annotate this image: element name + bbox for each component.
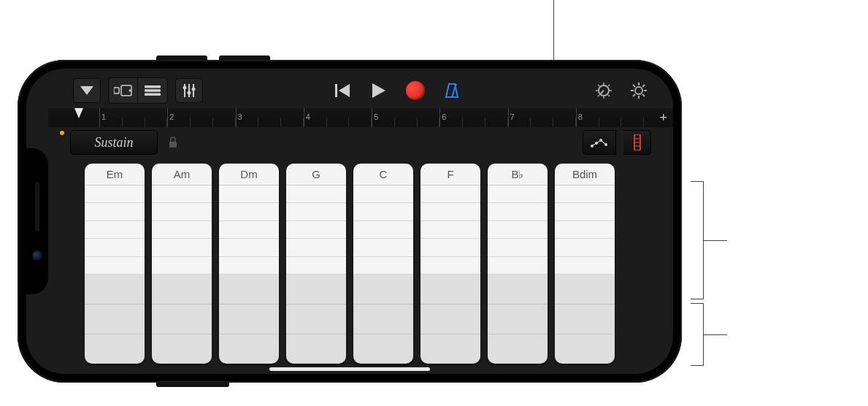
chord-strip-upper[interactable] <box>488 185 548 275</box>
chord-row[interactable] <box>420 304 480 334</box>
chord-strip-upper[interactable] <box>85 185 145 275</box>
chord-row[interactable] <box>85 334 145 364</box>
chord-row[interactable] <box>286 257 346 275</box>
chord-row[interactable] <box>420 257 480 275</box>
playhead-marker[interactable] <box>74 108 83 118</box>
chord-strip[interactable]: Em <box>85 164 145 364</box>
chord-strip[interactable]: C <box>353 164 413 364</box>
go-to-beginning-button[interactable] <box>331 80 353 102</box>
chord-row[interactable] <box>555 257 615 275</box>
chord-row[interactable] <box>420 239 480 256</box>
chord-strip-lower[interactable] <box>85 275 145 364</box>
ruler-bar[interactable]: 1 <box>99 108 167 127</box>
chord-row[interactable] <box>152 203 212 221</box>
chord-row[interactable] <box>152 221 212 239</box>
song-settings-button[interactable] <box>626 78 651 103</box>
chord-strip-lower[interactable] <box>286 275 346 364</box>
chord-row[interactable] <box>488 275 548 304</box>
ruler-bar[interactable]: 4 <box>304 108 372 127</box>
chord-strip-upper[interactable] <box>286 185 346 275</box>
chord-row[interactable] <box>488 334 548 364</box>
arpeggiator-button[interactable] <box>583 130 616 155</box>
chord-row[interactable] <box>420 185 480 203</box>
chord-strip[interactable]: B♭ <box>488 164 548 364</box>
chord-row[interactable] <box>488 304 548 334</box>
play-button[interactable] <box>368 80 390 102</box>
chord-row[interactable] <box>555 185 615 203</box>
chord-row[interactable] <box>353 334 413 364</box>
chord-row[interactable] <box>353 185 413 203</box>
chord-row[interactable] <box>555 334 615 364</box>
ruler-bar[interactable]: 6 <box>439 108 507 127</box>
chord-row[interactable] <box>286 239 346 256</box>
chord-row[interactable] <box>488 257 548 275</box>
chord-row[interactable] <box>420 334 480 364</box>
chord-row[interactable] <box>85 203 145 221</box>
chord-row[interactable] <box>152 334 212 364</box>
chord-row[interactable] <box>219 239 279 256</box>
chord-strip-lower[interactable] <box>219 275 279 364</box>
chord-row[interactable] <box>85 221 145 239</box>
chord-row[interactable] <box>85 185 145 203</box>
chord-row[interactable] <box>488 203 548 221</box>
chord-row[interactable] <box>555 304 615 334</box>
chord-row[interactable] <box>219 221 279 239</box>
chord-strip-upper[interactable] <box>353 185 413 275</box>
chord-row[interactable] <box>353 239 413 256</box>
chord-strip-lower[interactable] <box>488 275 548 364</box>
ruler-bar[interactable]: 2 <box>167 108 235 127</box>
chord-row[interactable] <box>420 221 480 239</box>
chord-row[interactable] <box>353 203 413 221</box>
record-button[interactable] <box>404 80 426 102</box>
my-songs-button[interactable] <box>73 78 101 103</box>
chord-row[interactable] <box>488 221 548 239</box>
chord-row[interactable] <box>555 275 615 304</box>
chord-row[interactable] <box>152 257 212 275</box>
ruler-bar[interactable]: 7 <box>508 108 576 127</box>
chord-row[interactable] <box>219 334 279 364</box>
metronome-button[interactable] <box>441 80 463 102</box>
chord-strip-view-button[interactable] <box>623 130 651 155</box>
chord-row[interactable] <box>152 239 212 256</box>
chord-row[interactable] <box>219 275 279 304</box>
chord-strip[interactable]: G <box>286 164 346 364</box>
chord-row[interactable] <box>286 185 346 203</box>
sustain-button[interactable]: Sustain <box>70 130 158 155</box>
timeline-ruler[interactable]: 12345678 + <box>48 108 673 127</box>
chord-strip-lower[interactable] <box>420 275 480 364</box>
chord-row[interactable] <box>286 203 346 221</box>
chord-row[interactable] <box>152 304 212 334</box>
chord-row[interactable] <box>219 185 279 203</box>
chord-row[interactable] <box>286 275 346 304</box>
chord-row[interactable] <box>286 334 346 364</box>
master-effects-button[interactable] <box>591 78 616 103</box>
chord-strip[interactable]: Dm <box>219 164 279 364</box>
chord-row[interactable] <box>353 257 413 275</box>
chord-row[interactable] <box>85 304 145 334</box>
chord-row[interactable] <box>85 239 145 256</box>
chord-row[interactable] <box>85 275 145 304</box>
chord-row[interactable] <box>286 221 346 239</box>
chord-row[interactable] <box>219 203 279 221</box>
chord-row[interactable] <box>488 239 548 256</box>
chord-strip-lower[interactable] <box>152 275 212 364</box>
chord-strip[interactable]: Am <box>152 164 212 364</box>
chord-row[interactable] <box>152 185 212 203</box>
chord-strip[interactable]: F <box>420 164 480 364</box>
chord-row[interactable] <box>353 275 413 304</box>
chord-strip-upper[interactable] <box>219 185 279 275</box>
chord-row[interactable] <box>219 304 279 334</box>
chord-strip-upper[interactable] <box>420 185 480 275</box>
chord-row[interactable] <box>353 221 413 239</box>
chord-row[interactable] <box>420 203 480 221</box>
chord-row[interactable] <box>555 221 615 239</box>
chord-row[interactable] <box>555 203 615 221</box>
lock-icon[interactable] <box>165 137 181 148</box>
chord-row[interactable] <box>488 185 548 203</box>
track-controls-button[interactable] <box>175 78 203 103</box>
chord-strip[interactable]: Bdim <box>555 164 615 364</box>
chord-row[interactable] <box>286 304 346 334</box>
ruler-bar[interactable]: 5 <box>372 108 439 127</box>
chord-row[interactable] <box>85 257 145 275</box>
ruler-bar[interactable]: 8 <box>576 108 644 127</box>
